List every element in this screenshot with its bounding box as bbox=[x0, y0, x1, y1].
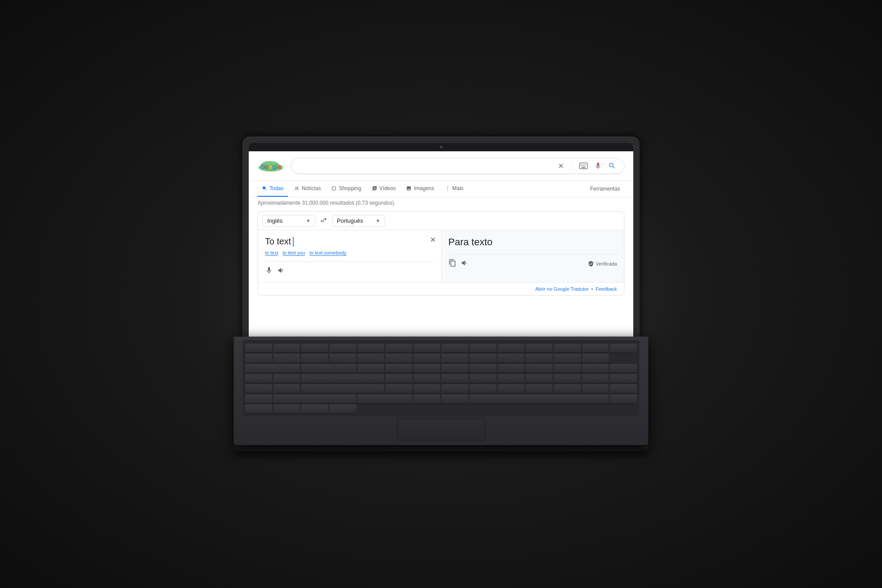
key-f12[interactable] bbox=[582, 344, 609, 352]
key-shift-right[interactable] bbox=[273, 394, 356, 403]
key-5[interactable] bbox=[385, 354, 412, 363]
key-z[interactable] bbox=[385, 384, 412, 393]
key-backtick[interactable] bbox=[245, 354, 272, 363]
feedback-link[interactable]: Feedback bbox=[596, 286, 617, 292]
key-9[interactable] bbox=[498, 354, 525, 363]
key-g[interactable] bbox=[498, 374, 525, 383]
search-input[interactable]: google tradutor bbox=[299, 162, 557, 169]
key-u[interactable] bbox=[526, 364, 553, 373]
key-arrow-right[interactable] bbox=[329, 404, 356, 413]
key-f1[interactable] bbox=[273, 344, 300, 352]
suggestion-2[interactable]: to text you bbox=[283, 250, 305, 255]
key-arrow-up[interactable] bbox=[273, 404, 300, 413]
open-translator-link[interactable]: Abrir no Google Tradutor bbox=[535, 286, 589, 292]
tab-mais[interactable]: ⋮ Mais bbox=[441, 181, 468, 197]
key-f5[interactable] bbox=[385, 344, 412, 352]
key-2[interactable] bbox=[301, 354, 328, 363]
key-f2[interactable] bbox=[301, 344, 328, 352]
key-8[interactable] bbox=[470, 354, 497, 363]
key-power[interactable] bbox=[610, 344, 637, 352]
tab-shopping[interactable]: Shopping bbox=[327, 181, 366, 197]
key-arrow-left[interactable] bbox=[245, 404, 272, 413]
key-period[interactable] bbox=[610, 384, 637, 393]
key-h[interactable] bbox=[526, 374, 553, 383]
suggestion-1[interactable]: to text bbox=[265, 250, 278, 255]
key-quote[interactable] bbox=[273, 384, 300, 393]
key-semicolon[interactable] bbox=[245, 384, 272, 393]
key-6[interactable] bbox=[414, 354, 441, 363]
key-slash[interactable] bbox=[245, 394, 272, 403]
key-arrow-down[interactable] bbox=[301, 404, 328, 413]
key-b[interactable] bbox=[498, 384, 525, 393]
source-lang-dropdown[interactable]: Inglês ▼ bbox=[262, 215, 315, 227]
swap-languages-button[interactable] bbox=[318, 214, 329, 227]
key-w[interactable] bbox=[385, 364, 412, 373]
key-f10[interactable] bbox=[526, 344, 553, 352]
image-search-button[interactable] bbox=[607, 161, 617, 171]
key-4[interactable] bbox=[358, 354, 385, 363]
key-minus[interactable] bbox=[554, 354, 581, 363]
source-speaker-button[interactable] bbox=[277, 266, 285, 276]
key-i[interactable] bbox=[554, 364, 581, 373]
tab-imagens[interactable]: Imagens bbox=[402, 181, 438, 197]
key-k[interactable] bbox=[582, 374, 609, 383]
key-7[interactable] bbox=[441, 354, 468, 363]
trackpad[interactable] bbox=[397, 419, 485, 441]
key-alt[interactable] bbox=[414, 394, 441, 403]
key-c[interactable] bbox=[441, 384, 468, 393]
key-1[interactable] bbox=[273, 354, 300, 363]
tab-noticias[interactable]: Notícias bbox=[290, 181, 325, 197]
copy-translation-button[interactable] bbox=[448, 259, 456, 269]
source-mic-button[interactable] bbox=[265, 266, 273, 276]
key-m[interactable] bbox=[554, 384, 581, 393]
key-j[interactable] bbox=[554, 374, 581, 383]
key-caps[interactable] bbox=[301, 374, 384, 383]
key-d[interactable] bbox=[441, 374, 468, 383]
key-l[interactable] bbox=[610, 374, 637, 383]
search-input-wrapper[interactable]: google tradutor bbox=[291, 158, 624, 174]
key-a[interactable] bbox=[385, 374, 412, 383]
key-3[interactable] bbox=[329, 354, 356, 363]
key-comma[interactable] bbox=[582, 384, 609, 393]
key-x[interactable] bbox=[414, 384, 441, 393]
key-r[interactable] bbox=[441, 364, 468, 373]
key-cmd-right[interactable] bbox=[610, 394, 637, 403]
key-esc[interactable] bbox=[245, 344, 272, 352]
key-t[interactable] bbox=[470, 364, 497, 373]
key-0[interactable] bbox=[526, 354, 553, 363]
key-s[interactable] bbox=[414, 374, 441, 383]
suggestion-3[interactable]: to text somebody bbox=[310, 250, 347, 255]
keyboard-button[interactable] bbox=[578, 161, 589, 170]
key-shift-left[interactable] bbox=[301, 384, 384, 393]
clear-search-button[interactable] bbox=[557, 161, 565, 170]
key-q[interactable] bbox=[358, 364, 385, 373]
key-o[interactable] bbox=[582, 364, 609, 373]
key-p[interactable] bbox=[610, 364, 637, 373]
key-f[interactable] bbox=[470, 374, 497, 383]
key-f8[interactable] bbox=[470, 344, 497, 352]
key-f9[interactable] bbox=[498, 344, 525, 352]
key-v[interactable] bbox=[470, 384, 497, 393]
key-tab[interactable] bbox=[301, 364, 356, 373]
key-f6[interactable] bbox=[414, 344, 441, 352]
target-speaker-button[interactable] bbox=[461, 259, 469, 269]
tab-todas[interactable]: Todas bbox=[258, 181, 288, 197]
tab-ferramentas[interactable]: Ferramentas bbox=[586, 181, 624, 196]
key-f4[interactable] bbox=[358, 344, 385, 352]
key-f11[interactable] bbox=[554, 344, 581, 352]
key-rbracket[interactable] bbox=[273, 374, 300, 383]
key-equals[interactable] bbox=[582, 354, 609, 363]
key-y[interactable] bbox=[498, 364, 525, 373]
key-space[interactable] bbox=[470, 394, 609, 403]
key-backspace[interactable] bbox=[245, 364, 300, 373]
key-e[interactable] bbox=[414, 364, 441, 373]
key-f7[interactable] bbox=[441, 344, 468, 352]
key-n[interactable] bbox=[526, 384, 553, 393]
key-cmd[interactable] bbox=[441, 394, 468, 403]
key-lbracket[interactable] bbox=[245, 374, 272, 383]
voice-search-button[interactable] bbox=[593, 161, 603, 171]
key-f3[interactable] bbox=[329, 344, 356, 352]
tab-videos[interactable]: Vídeos bbox=[367, 181, 400, 197]
clear-translation-button[interactable]: ✕ bbox=[430, 236, 436, 244]
key-ctrl[interactable] bbox=[358, 394, 412, 403]
